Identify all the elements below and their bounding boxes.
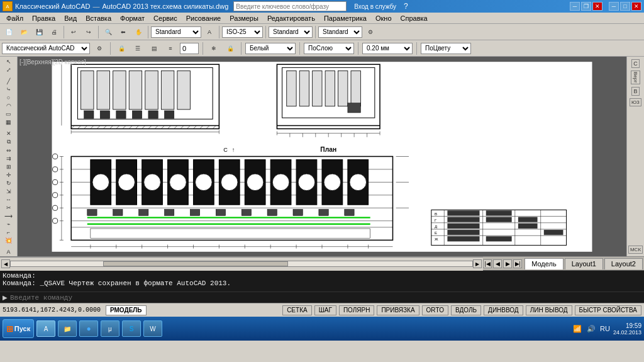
- pick-btn[interactable]: ↖: [1, 58, 16, 65]
- menu-file[interactable]: Файл: [3, 14, 27, 23]
- tray-network-icon[interactable]: 📶: [572, 323, 583, 334]
- extend-btn[interactable]: ⟶: [1, 212, 16, 220]
- workspace-select[interactable]: Классический AutoCAD: [2, 43, 90, 54]
- freeze-btn[interactable]: ❄: [207, 42, 221, 55]
- circle-btn[interactable]: ○: [1, 94, 16, 101]
- erase-btn[interactable]: ✕: [1, 130, 16, 137]
- lock-btn[interactable]: 🔒: [114, 42, 128, 55]
- menu-edit[interactable]: Правка: [28, 14, 59, 23]
- layer-match-btn[interactable]: ≡: [164, 42, 177, 55]
- osnap-btn[interactable]: ПРИВЯЗКА: [377, 305, 419, 315]
- taskbar-explorer[interactable]: 📁: [58, 320, 77, 337]
- taskbar-chrome[interactable]: ●: [79, 320, 98, 337]
- pan-button[interactable]: ✋: [131, 25, 145, 39]
- linetype-select[interactable]: ПоСлою: [304, 43, 354, 54]
- lw-btn[interactable]: ЛИН ВЫВОД: [526, 305, 572, 315]
- layer-number-input[interactable]: [180, 43, 199, 54]
- stretch-btn[interactable]: ↔: [1, 196, 16, 203]
- menu-parametric[interactable]: Параметрика: [320, 14, 370, 23]
- copy-btn[interactable]: ⧉: [1, 138, 16, 146]
- view-vert-label[interactable]: Верт: [631, 71, 640, 84]
- view-sw-label[interactable]: ЮЗ: [630, 98, 641, 106]
- zoom-window-button[interactable]: 🔍: [101, 25, 115, 39]
- view-msk-label[interactable]: МСК: [628, 246, 643, 254]
- polar-btn[interactable]: ПОЛЯРН: [339, 305, 375, 315]
- break-btn[interactable]: ⌁: [1, 220, 16, 228]
- minimize-button[interactable]: ─: [570, 2, 580, 11]
- restore-button-2[interactable]: □: [620, 2, 630, 11]
- chamfer-btn[interactable]: ⌐: [1, 229, 16, 236]
- otrack-btn[interactable]: ORTO: [422, 305, 449, 315]
- trim-btn[interactable]: ✂: [1, 204, 16, 212]
- offset-btn[interactable]: ⇉: [1, 155, 16, 162]
- canvas-area[interactable]: [-][Верхняя][2D каркас]: [18, 57, 626, 256]
- taskbar-skype[interactable]: S: [122, 320, 141, 337]
- zoom-prev-button[interactable]: ⬅: [116, 25, 130, 39]
- redo-button[interactable]: ↪: [82, 25, 96, 39]
- command-input[interactable]: [10, 294, 641, 302]
- lock-btn-2[interactable]: 🔒: [223, 42, 237, 55]
- clock[interactable]: 19:59 24.02.2013: [613, 322, 641, 336]
- view-b-label[interactable]: B: [631, 87, 639, 96]
- annotation-scale-select[interactable]: Standard: [151, 26, 201, 38]
- tray-sound-icon[interactable]: 🔊: [586, 323, 597, 334]
- lineweight-select[interactable]: 0.20 мм: [362, 43, 413, 54]
- workspace-settings-btn[interactable]: ⚙: [92, 42, 106, 55]
- menu-dimensions[interactable]: Размеры: [226, 14, 262, 23]
- line-btn[interactable]: ╱: [1, 77, 16, 85]
- rect-btn[interactable]: ▭: [1, 110, 16, 118]
- open-button[interactable]: 📂: [17, 25, 31, 39]
- drawing-surface[interactable]: С ↑ План: [18, 57, 626, 256]
- scale-btn[interactable]: ⇲: [1, 188, 16, 195]
- list-btn[interactable]: ☰: [131, 42, 145, 55]
- tab-next-btn[interactable]: ▶: [503, 259, 512, 268]
- close-button-2[interactable]: ✕: [631, 2, 641, 11]
- explode-btn[interactable]: 💥: [1, 237, 16, 244]
- plot-button[interactable]: 🖨: [47, 25, 61, 39]
- plotstyle-select[interactable]: ПоЦвету: [421, 43, 471, 54]
- start-button[interactable]: ⊞ Пуск: [3, 319, 34, 338]
- menu-insert[interactable]: Вставка: [82, 14, 115, 23]
- grid-btn[interactable]: СЕТКА: [282, 305, 312, 315]
- ducs-btn[interactable]: ВДОЛЬ: [451, 305, 481, 315]
- layer-prop-btn[interactable]: ▤: [147, 42, 161, 55]
- tab-model[interactable]: Модель: [525, 258, 563, 269]
- table-style-select[interactable]: Standard: [318, 26, 362, 38]
- polyline-btn[interactable]: ⤷: [1, 86, 16, 93]
- menu-window[interactable]: Окно: [372, 14, 396, 23]
- tab-last-btn[interactable]: ▶|: [513, 259, 522, 268]
- tray-language-icon[interactable]: RU: [599, 323, 611, 334]
- qp-btn[interactable]: БЫСТР СВОЙСТВА: [575, 305, 641, 315]
- move-btn[interactable]: ✛: [1, 171, 16, 179]
- login-link[interactable]: Вход в службу: [354, 3, 396, 10]
- menu-format[interactable]: Формат: [116, 14, 148, 23]
- command-input-area[interactable]: ▶: [0, 291, 644, 303]
- menu-modify[interactable]: Редактировать: [264, 14, 319, 23]
- new-button[interactable]: 📄: [2, 25, 16, 39]
- taskbar-app4[interactable]: W: [143, 320, 162, 337]
- menu-view[interactable]: Вид: [60, 14, 80, 23]
- properties-btn[interactable]: ⚙: [364, 25, 377, 39]
- taskbar-autocad[interactable]: A: [36, 320, 55, 337]
- close-button[interactable]: ✕: [592, 2, 602, 11]
- minimize-button-2[interactable]: ─: [609, 2, 619, 11]
- help-icon[interactable]: ?: [404, 2, 408, 11]
- tab-first-btn[interactable]: |◀: [483, 259, 492, 268]
- text-btn[interactable]: A: [1, 248, 16, 256]
- pick2-btn[interactable]: ⤢: [1, 66, 16, 74]
- menu-draw[interactable]: Рисование: [182, 14, 225, 23]
- maximize-button[interactable]: ❐: [581, 2, 591, 11]
- taskbar-utorrent[interactable]: μ: [101, 320, 119, 337]
- menu-tools[interactable]: Сервис: [150, 14, 181, 23]
- array-btn[interactable]: ⊞: [1, 163, 16, 171]
- scroll-track[interactable]: [10, 261, 473, 267]
- undo-button[interactable]: ↩: [67, 25, 80, 39]
- tab-layout1[interactable]: Layout1: [565, 258, 603, 269]
- dimension-style-select[interactable]: ISO-25: [222, 26, 263, 38]
- view-c-label[interactable]: C: [631, 59, 640, 68]
- scroll-right-btn[interactable]: ▶: [473, 259, 482, 268]
- arc-btn[interactable]: ◠: [1, 102, 16, 110]
- hatch-btn[interactable]: ▦: [1, 118, 16, 126]
- scroll-left-btn[interactable]: ◀: [1, 259, 10, 268]
- search-input[interactable]: [233, 1, 347, 11]
